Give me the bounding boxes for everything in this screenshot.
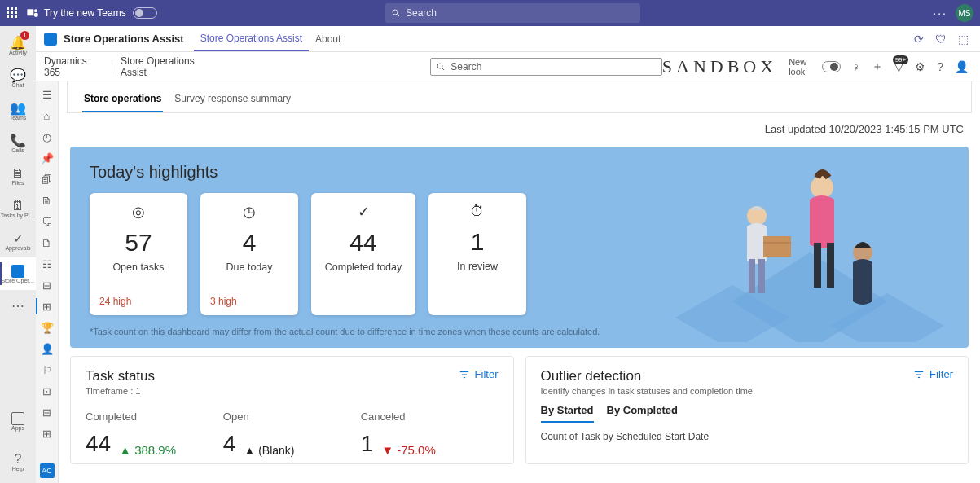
- tile-completed-today[interactable]: ✓ 44 Completed today: [311, 193, 415, 315]
- app-launcher-icon[interactable]: [7, 7, 18, 19]
- tile-in-review[interactable]: ⏱ 1 In review: [428, 193, 526, 315]
- sitemap-menu-icon[interactable]: ☰: [41, 88, 54, 101]
- sitemap-item[interactable]: 🏆: [41, 321, 54, 334]
- rail-files[interactable]: 🗎Files: [0, 160, 36, 192]
- alert-count: 99+: [893, 55, 909, 64]
- content-area[interactable]: Store operations Survey response summary…: [59, 81, 980, 483]
- sitemap-area-switcher[interactable]: AC: [40, 463, 55, 478]
- sitemap-item[interactable]: 🗎: [41, 194, 54, 207]
- status-open: Open 4▲ (Blank): [223, 411, 361, 457]
- task-status-filter-button[interactable]: Filter: [459, 368, 499, 380]
- d365-search-placeholder: Search: [450, 61, 481, 72]
- tile-label: Due today: [226, 261, 273, 274]
- page-tab-store-operations[interactable]: Store operations: [82, 90, 163, 112]
- tab-store-ops-assist[interactable]: Store Operations Assist: [194, 26, 309, 51]
- refresh-icon[interactable]: ⟳: [914, 33, 924, 46]
- rail-chat[interactable]: 💬Chat: [0, 62, 36, 94]
- sitemap-item[interactable]: 👤: [41, 342, 54, 355]
- app-title: Store Operations Assist: [64, 33, 184, 45]
- rail-help[interactable]: ?Help: [0, 446, 36, 478]
- rail-teams[interactable]: 👥Teams: [0, 94, 36, 127]
- highlights-card: Today's highlights ◎ 57 Open tasks 24 hi…: [70, 147, 969, 348]
- search-icon: [436, 62, 446, 72]
- sitemap-item[interactable]: 🗐: [41, 173, 54, 186]
- tab-about[interactable]: About: [309, 26, 347, 52]
- outlier-panel: Outlier detection Identify changes in ta…: [525, 356, 969, 464]
- sitemap-item[interactable]: 🗨: [41, 215, 54, 228]
- task-status-row: Completed 44▲ 388.9% Open 4▲ (Blank) Can…: [86, 411, 499, 457]
- search-icon: [391, 8, 401, 18]
- rail-label: Tasks by Pl…: [1, 213, 35, 218]
- d365-command-bar: Dynamics 365 Store Operations Assist Sea…: [36, 52, 980, 81]
- popout-icon[interactable]: ⬚: [958, 33, 969, 46]
- toggle-icon: [822, 61, 840, 72]
- svg-rect-17: [758, 259, 765, 293]
- sitemap-home-icon[interactable]: ⌂: [41, 109, 54, 122]
- sitemap-item[interactable]: ☷: [41, 257, 54, 270]
- rail-more[interactable]: ⋯: [0, 290, 36, 323]
- avatar[interactable]: MS: [956, 4, 973, 22]
- subtab-label: By Completed: [607, 404, 678, 416]
- rail-label: Teams: [10, 115, 27, 121]
- rail-apps[interactable]: Apps: [0, 405, 36, 437]
- page-tab-survey-summary[interactable]: Survey response summary: [173, 90, 292, 112]
- sitemap-pin-icon[interactable]: 📌: [41, 151, 54, 165]
- rail-calls[interactable]: 📞Calls: [0, 127, 36, 160]
- teams-search-input[interactable]: Search: [385, 3, 640, 23]
- tile-open-tasks[interactable]: ◎ 57 Open tasks 24 high: [90, 193, 187, 315]
- sitemap-item[interactable]: ⊟: [41, 279, 54, 292]
- page-tabs: Store operations Survey response summary: [67, 81, 972, 113]
- sitemap-item[interactable]: ⊞: [41, 427, 54, 440]
- svg-rect-11: [814, 243, 821, 288]
- tile-value: 44: [349, 229, 376, 257]
- new-look-toggle[interactable]: New look: [789, 57, 841, 77]
- phone-icon: 📞: [10, 134, 26, 147]
- people-icon: 👥: [10, 102, 26, 115]
- filter-icon: [459, 369, 470, 380]
- tile-value: 4: [243, 229, 257, 257]
- account-icon[interactable]: 👤: [955, 60, 969, 73]
- rail-label: Approvals: [5, 245, 30, 251]
- help-icon[interactable]: ?: [937, 60, 943, 73]
- d365-search-input[interactable]: Search: [430, 58, 661, 76]
- filter-label: Filter: [475, 368, 499, 380]
- sitemap-recent-icon[interactable]: ◷: [41, 130, 54, 143]
- sitemap-item[interactable]: 🗋: [41, 236, 54, 249]
- subtab-by-started[interactable]: By Started: [541, 404, 594, 423]
- add-icon[interactable]: ＋: [872, 59, 883, 74]
- svg-point-5: [437, 64, 442, 68]
- shield-icon[interactable]: 🛡: [935, 33, 947, 46]
- chat-icon: 💬: [10, 69, 26, 82]
- rail-label: Calls: [11, 147, 24, 153]
- subtab-by-completed[interactable]: By Completed: [607, 404, 678, 423]
- sitemap-item[interactable]: ⊡: [41, 384, 54, 397]
- outlier-filter-button[interactable]: Filter: [913, 368, 953, 380]
- app-logo-icon: [44, 33, 57, 46]
- lightbulb-icon[interactable]: ♀: [852, 60, 861, 73]
- sitemap-item[interactable]: ⊟: [41, 406, 54, 419]
- file-icon: 🗎: [11, 167, 24, 180]
- delta-text: 388.9%: [134, 443, 176, 457]
- sitemap-item-active[interactable]: ⊞: [41, 300, 54, 313]
- tab-label: Store operations: [84, 93, 161, 104]
- try-new-teams-toggle[interactable]: [133, 7, 157, 19]
- outlier-title: Outlier detection: [541, 368, 756, 384]
- rail-approvals[interactable]: ✓Approvals: [0, 225, 36, 257]
- gear-icon[interactable]: ⚙: [915, 60, 925, 73]
- rail-store-ops[interactable]: Store Oper…: [0, 257, 36, 290]
- breadcrumb-root[interactable]: Dynamics 365: [44, 55, 103, 78]
- tab-label: About: [315, 33, 341, 45]
- tile-due-today[interactable]: ◷ 4 Due today 3 high: [200, 193, 298, 315]
- outlier-subtabs: By Started By Completed: [541, 404, 954, 423]
- rail-tasks-planner[interactable]: 🗓Tasks by Pl…: [0, 192, 36, 225]
- sitemap-item[interactable]: ⚐: [41, 363, 54, 376]
- rail-activity[interactable]: 🔔 1 Activity: [0, 29, 36, 62]
- breadcrumb-app[interactable]: Store Operations Assist: [121, 55, 218, 78]
- alerts-icon[interactable]: ▽99+: [894, 60, 903, 73]
- teams-top-right: ··· MS: [933, 0, 973, 26]
- task-status-panel: Task status Timeframe : 1 Filter Complet…: [70, 356, 514, 464]
- sitemap-rail: ☰ ⌂ ◷ 📌 🗐 🗎 🗨 🗋 ☷ ⊟ ⊞ 🏆 👤 ⚐ ⊡ ⊟ ⊞ AC: [36, 81, 59, 483]
- more-icon[interactable]: ···: [933, 7, 947, 20]
- apps-icon: [11, 412, 24, 425]
- delta-text: -75.0%: [397, 443, 436, 457]
